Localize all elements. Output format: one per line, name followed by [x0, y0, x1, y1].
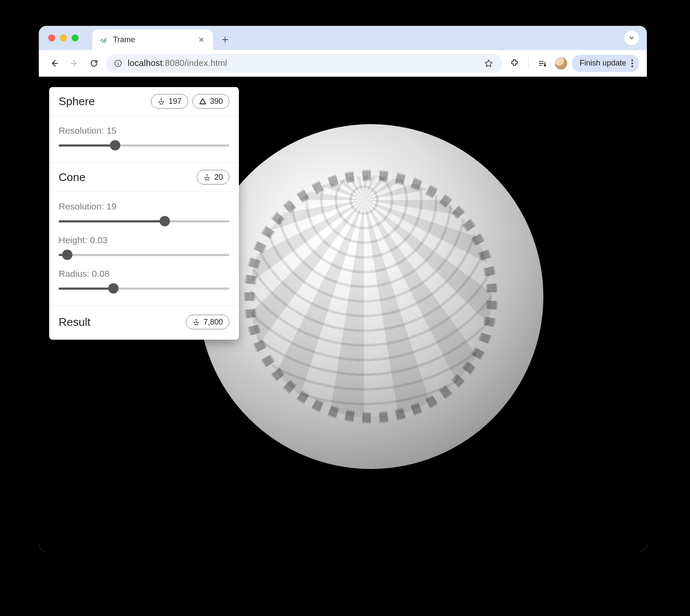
- sphere-points-value: 197: [169, 97, 182, 106]
- cone-radius-label: Radius:: [59, 269, 92, 278]
- svg-point-7: [160, 101, 162, 102]
- svg-point-5: [160, 103, 161, 105]
- result-points-chip: 7,800: [186, 315, 229, 329]
- toolbar-divider: [528, 58, 529, 69]
- sphere-triangles-value: 390: [210, 97, 223, 106]
- sphere-triangles-chip: 390: [192, 94, 229, 109]
- cone-height-slider-block: Height: 0.03: [59, 229, 229, 263]
- svg-point-8: [206, 174, 207, 175]
- window-minimize-button[interactable]: [60, 34, 67, 41]
- svg-point-13: [206, 177, 207, 178]
- 3d-render-view[interactable]: [198, 124, 543, 469]
- svg-point-12: [207, 179, 209, 181]
- sphere-resolution-slider[interactable]: [59, 140, 229, 150]
- control-panel: Sphere 197 390: [49, 87, 239, 340]
- finish-update-button[interactable]: Finish update: [572, 55, 639, 72]
- points-icon: [203, 173, 211, 181]
- cone-radius-value: 0.08: [92, 269, 110, 278]
- tab-close-button[interactable]: [197, 35, 206, 44]
- svg-point-18: [197, 324, 198, 325]
- cone-resolution-label: Resolution:: [59, 201, 107, 211]
- tab-strip: Trame: [39, 26, 647, 50]
- sphere-resolution-slider-block: Resolution: 15: [59, 119, 229, 153]
- sphere-resolution-label: Resolution:: [59, 125, 107, 135]
- bookmark-star-icon[interactable]: [483, 57, 495, 69]
- points-icon: [157, 97, 165, 105]
- svg-point-15: [194, 322, 195, 323]
- profile-avatar[interactable]: [555, 57, 568, 70]
- svg-point-16: [198, 322, 199, 323]
- svg-point-10: [208, 177, 210, 178]
- url-text: localhost:8080/index.html: [128, 58, 227, 68]
- result-points-value: 7,800: [204, 318, 223, 327]
- svg-point-17: [194, 324, 196, 325]
- new-tab-button[interactable]: [217, 32, 233, 47]
- cone-radius-slider[interactable]: [59, 283, 229, 294]
- nav-back-button[interactable]: [47, 56, 62, 71]
- cone-points-chip: 20: [197, 170, 229, 184]
- nav-forward-button[interactable]: [66, 56, 82, 71]
- svg-point-9: [204, 177, 206, 178]
- toolbar-right: Finish update: [507, 55, 639, 72]
- cone-radius-slider-block: Radius: 0.08: [59, 263, 229, 296]
- sphere-resolution-value: 15: [107, 125, 116, 135]
- cone-resolution-value: 19: [107, 201, 116, 211]
- browser-tab[interactable]: Trame: [92, 29, 213, 50]
- nav-reload-button[interactable]: [86, 56, 102, 71]
- more-menu-icon[interactable]: [630, 59, 635, 67]
- url-input[interactable]: localhost:8080/index.html: [106, 54, 502, 73]
- window-close-button[interactable]: [48, 34, 55, 41]
- window-zoom-button[interactable]: [72, 34, 78, 41]
- triangles-icon: [199, 97, 207, 105]
- cone-resolution-slider-block: Resolution: 19: [59, 195, 229, 229]
- cone-height-value: 0.03: [90, 235, 107, 245]
- cone-points-value: 20: [214, 173, 223, 182]
- sphere-points-chip: 197: [151, 94, 188, 109]
- section-cone: Cone 20 Resolution: 19: [49, 163, 239, 306]
- favicon-icon: [99, 35, 108, 44]
- site-info-icon[interactable]: [114, 59, 122, 68]
- browser-window: Trame: [39, 26, 647, 552]
- section-result-title: Result: [59, 316, 91, 329]
- tab-list-button[interactable]: [624, 31, 639, 45]
- svg-point-6: [162, 103, 163, 105]
- finish-update-label: Finish update: [580, 59, 626, 68]
- section-sphere-title: Sphere: [59, 95, 95, 108]
- traffic-lights: [48, 34, 78, 41]
- svg-point-4: [163, 101, 164, 103]
- section-sphere-header: Sphere 197 390: [49, 87, 239, 116]
- svg-point-3: [159, 101, 160, 103]
- tab-title: Trame: [113, 35, 191, 44]
- section-cone-header: Cone 20: [49, 163, 239, 191]
- section-cone-title: Cone: [59, 171, 85, 184]
- extensions-icon[interactable]: [507, 56, 522, 71]
- cone-resolution-slider[interactable]: [59, 216, 229, 226]
- cone-height-slider[interactable]: [59, 250, 229, 260]
- address-bar: localhost:8080/index.html: [39, 50, 647, 77]
- cone-height-label: Height:: [59, 235, 90, 245]
- page-viewport: Sphere 197 390: [39, 77, 647, 552]
- svg-point-11: [205, 179, 207, 181]
- media-control-icon[interactable]: [535, 56, 550, 71]
- points-icon: [192, 318, 200, 326]
- svg-point-19: [195, 322, 197, 323]
- section-sphere: Sphere 197 390: [49, 87, 239, 163]
- svg-point-14: [195, 319, 197, 320]
- svg-point-2: [160, 98, 162, 100]
- section-result: Result 7,800: [49, 306, 239, 340]
